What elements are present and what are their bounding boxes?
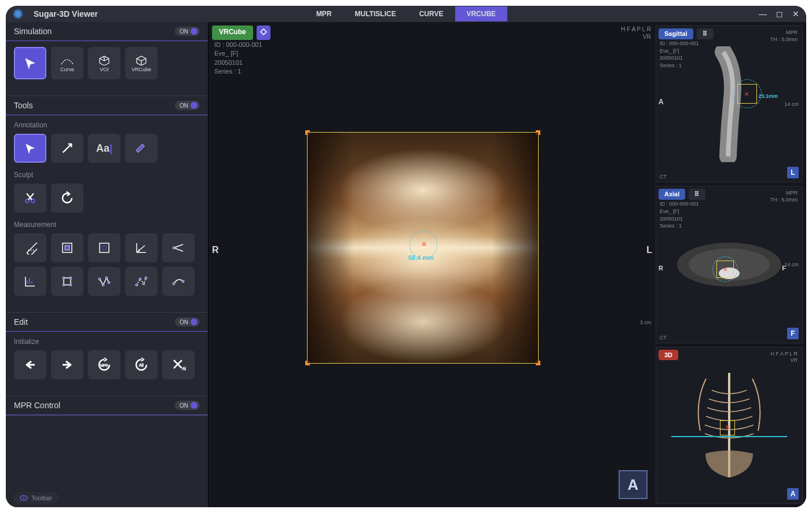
axial-corner: F [787, 328, 799, 339]
axial-viewport[interactable]: Axial ⠿ ID : 000-000-001 Eve_ [F] 200501… [656, 186, 803, 343]
svg-rect-6 [100, 243, 109, 252]
annotation-select-button[interactable] [14, 134, 46, 163]
main-measure-label: 68.4 mm [408, 254, 434, 261]
window-close[interactable]: ✕ [792, 9, 799, 19]
svg-point-13 [98, 278, 101, 280]
main-viewport[interactable]: VRCube ID : 000-000-001 Eve_ [F] 2005010… [209, 22, 656, 507]
reset-all-button[interactable]: All [125, 350, 158, 379]
main-overlay-tr: H F A P L R VR [621, 25, 651, 41]
annotation-arrow-button[interactable] [51, 134, 83, 163]
measure-angle2-button[interactable] [162, 233, 195, 262]
svg-point-20 [145, 277, 147, 279]
section-simulation-title: Simulation [14, 27, 52, 36]
window-maximize[interactable]: ◻ [776, 9, 783, 19]
measure-circle-button[interactable] [88, 233, 120, 262]
undo-button[interactable] [14, 350, 46, 379]
simulation-toggle[interactable]: ON [175, 27, 200, 36]
tools-toggle[interactable]: ON [175, 101, 200, 110]
svg-point-7 [102, 245, 107, 250]
svg-point-0 [104, 57, 105, 58]
delete-all-button[interactable]: All [162, 350, 195, 379]
measure-rect-button[interactable] [51, 233, 83, 262]
tab-vrcube[interactable]: VRCUBE [455, 6, 507, 21]
measure-profile-button[interactable] [14, 267, 46, 296]
svg-text:All: All [182, 367, 186, 371]
edit-toggle[interactable]: ON [175, 317, 200, 327]
svg-rect-5 [65, 245, 70, 250]
section-tools-title: Tools [14, 101, 33, 110]
tab-multislice[interactable]: MULTISLICE [343, 6, 408, 21]
sagittal-corner: L [787, 167, 799, 178]
sculpt-reset-button[interactable] [51, 184, 83, 212]
measure-curve-button[interactable] [162, 267, 195, 296]
tab-curve[interactable]: CURVE [408, 6, 455, 21]
svg-point-11 [70, 284, 72, 286]
window-minimize[interactable]: — [759, 9, 767, 19]
svg-point-9 [63, 277, 65, 279]
annotation-text-button[interactable]: Aa| [88, 134, 120, 163]
main-view-badge: VRCube [212, 25, 253, 40]
mpr-toggle[interactable]: ON [175, 401, 200, 410]
eye-icon [20, 495, 28, 501]
sim-vrcube-button[interactable]: VRCube [125, 47, 158, 79]
3d-corner: A [787, 488, 799, 500]
redo-button[interactable] [51, 350, 83, 379]
measure-polygon-button[interactable] [51, 267, 83, 296]
svg-point-31 [23, 497, 25, 499]
svg-text:MPR: MPR [100, 364, 108, 367]
orientation-cube[interactable]: A [619, 470, 648, 499]
svg-point-15 [105, 277, 108, 279]
3d-viewport[interactable]: 3D H F A P L R VR [656, 347, 803, 504]
section-edit-title: Edit [14, 317, 28, 327]
svg-point-16 [108, 281, 110, 284]
app-title: Sugar-3D Viewer [34, 9, 98, 19]
tab-mpr[interactable]: MPR [305, 6, 343, 21]
sculpt-label: Sculpt [14, 171, 200, 179]
svg-rect-3 [27, 243, 37, 255]
svg-point-22 [182, 280, 184, 283]
main-overlay-info: ID : 000-000-001 Eve_ [F] 20050101 Serie… [214, 41, 262, 76]
orient-r: R [212, 245, 219, 255]
marker-icon: ✕ [421, 240, 427, 248]
svg-point-14 [102, 284, 104, 286]
annotation-label: Annotation [14, 121, 200, 129]
reset-mpr-button[interactable]: MPR [88, 350, 120, 379]
toolbar-chip[interactable]: Toolbar [13, 492, 59, 504]
svg-point-10 [70, 277, 72, 279]
svg-text:All: All [139, 363, 144, 367]
measure-points-button[interactable] [125, 267, 158, 296]
measure-polyline-button[interactable] [88, 267, 120, 296]
svg-point-12 [63, 284, 65, 286]
svg-point-17 [136, 284, 138, 286]
vrcube-selection-box[interactable]: ✕ 68.4 mm [307, 132, 539, 364]
sim-voi-button[interactable]: VOI [88, 47, 120, 79]
initialize-label: Initialize [14, 338, 200, 346]
app-logo [13, 9, 23, 19]
orient-l: L [646, 245, 652, 255]
svg-point-8 [173, 247, 175, 249]
measure-ruler-button[interactable] [14, 233, 46, 262]
sim-curve-button[interactable]: Curve [51, 47, 83, 79]
measurement-label: Measurement [14, 221, 200, 229]
sagittal-viewport[interactable]: Sagittal ⠿ ID : 000-000-001 Eve_ [F] 200… [656, 25, 803, 182]
svg-point-18 [139, 278, 141, 280]
sculpt-cut-button[interactable] [14, 184, 46, 212]
svg-point-21 [173, 283, 175, 285]
measure-angle-button[interactable] [125, 233, 158, 262]
svg-point-19 [142, 283, 145, 285]
annotation-pencil-button[interactable] [125, 134, 158, 163]
main-view-mode-icon[interactable] [257, 25, 270, 40]
section-mpr-title: MPR Control [14, 401, 60, 410]
sim-select-button[interactable] [14, 47, 46, 79]
